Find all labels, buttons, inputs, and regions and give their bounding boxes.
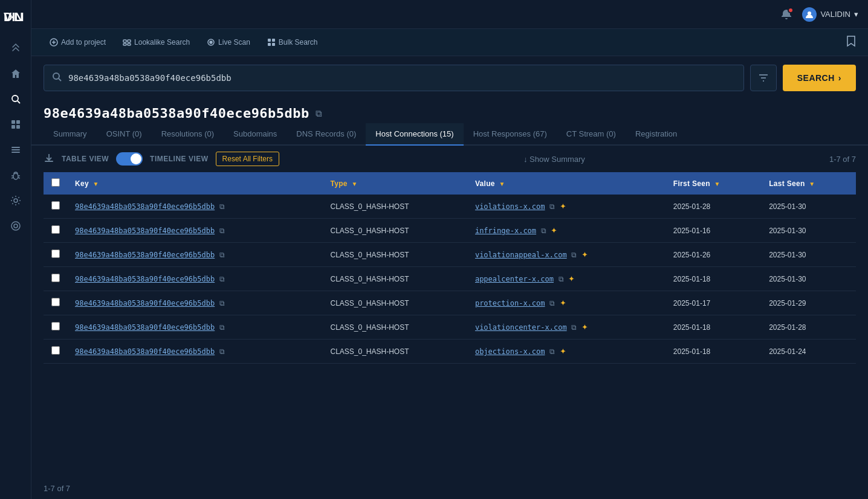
copy-key-icon-2[interactable]: ⧉: [219, 251, 225, 259]
nav-arrow-icon[interactable]: [5, 37, 27, 59]
value-link-3[interactable]: appealcenter-x.com: [475, 275, 554, 283]
key-link-3[interactable]: 98e4639a48ba0538a90f40ece96b5dbb: [75, 275, 215, 283]
show-summary-button[interactable]: ↓ Show Summary: [287, 155, 822, 164]
star-icon-3[interactable]: ✦: [568, 274, 575, 283]
star-icon-5[interactable]: ✦: [581, 323, 588, 332]
settings-icon[interactable]: [5, 190, 27, 211]
filter-button[interactable]: [750, 65, 777, 91]
copy-key-icon-6[interactable]: ⧉: [219, 347, 225, 356]
row-checkbox-0[interactable]: [51, 201, 60, 210]
last-seen-column-header[interactable]: Last Seen ▼: [762, 172, 856, 195]
key-link-0[interactable]: 98e4639a48ba0538a90f40ece96b5dbb: [75, 202, 215, 211]
row-checkbox-3[interactable]: [51, 274, 60, 282]
reset-filters-button[interactable]: Reset All Filters: [216, 152, 279, 166]
row-checkbox-cell[interactable]: [44, 267, 68, 291]
tab-osint[interactable]: OSINT (0): [97, 123, 152, 146]
list-icon[interactable]: [5, 139, 27, 161]
bulk-search-button[interactable]: Bulk Search: [261, 35, 324, 50]
row-checkbox-cell[interactable]: [44, 195, 68, 219]
copy-hash-icon[interactable]: ⧉: [316, 108, 322, 119]
row-checkbox-6[interactable]: [51, 346, 60, 355]
star-icon-6[interactable]: ✦: [560, 347, 566, 356]
tab-ct-stream[interactable]: CT Stream (0): [557, 123, 626, 146]
tab-registration[interactable]: Registration: [626, 123, 687, 146]
tab-summary[interactable]: Summary: [44, 123, 97, 146]
copy-value-icon-5[interactable]: ⧉: [571, 323, 577, 332]
value-link-5[interactable]: violationcenter-x.com: [475, 323, 567, 332]
search-input[interactable]: [68, 73, 736, 83]
copy-value-icon-1[interactable]: ⧉: [541, 227, 546, 235]
value-link-4[interactable]: protection-x.com: [475, 299, 545, 307]
bug-icon[interactable]: [5, 164, 27, 186]
row-checkbox-2[interactable]: [51, 250, 60, 258]
notifications-bell[interactable]: [778, 6, 795, 23]
first-seen-4: 2025-01-17: [673, 299, 710, 307]
copy-key-icon-0[interactable]: ⧉: [219, 202, 225, 211]
copy-key-icon-4[interactable]: ⧉: [219, 299, 225, 307]
search-icon[interactable]: [5, 88, 27, 110]
value-link-6[interactable]: objections-x.com: [475, 347, 545, 356]
result-hash: 98e4639a48ba0538a90f40ece96b5dbb: [44, 106, 309, 121]
lookalike-search-button[interactable]: Lookalike Search: [117, 35, 196, 50]
live-scan-button[interactable]: Live Scan: [201, 35, 256, 50]
type-cell-6: CLASS_0_HASH-HOST: [323, 340, 467, 364]
home-icon[interactable]: [5, 63, 27, 85]
value-link-0[interactable]: violations-x.com: [475, 202, 545, 211]
tab-host-responses[interactable]: Host Responses (67): [464, 123, 557, 146]
tab-host-connections[interactable]: Host Connections (15): [366, 123, 463, 146]
key-link-1[interactable]: 98e4639a48ba0538a90f40ece96b5dbb: [75, 227, 215, 235]
bookmark-button[interactable]: [846, 35, 856, 50]
key-link-2[interactable]: 98e4639a48ba0538a90f40ece96b5dbb: [75, 251, 215, 259]
select-all-header[interactable]: [44, 172, 68, 195]
tab-subdomains[interactable]: Subdomains: [224, 123, 287, 146]
select-all-checkbox[interactable]: [51, 178, 60, 187]
row-checkbox-1[interactable]: [51, 225, 60, 234]
value-cell-3: appealcenter-x.com ⧉ ✦: [468, 267, 666, 291]
row-checkbox-5[interactable]: [51, 322, 60, 330]
copy-value-icon-4[interactable]: ⧉: [549, 299, 555, 307]
tab-dns-records[interactable]: DNS Records (0): [287, 123, 366, 146]
key-link-5[interactable]: 98e4639a48ba0538a90f40ece96b5dbb: [75, 323, 215, 332]
row-checkbox-cell[interactable]: [44, 340, 68, 364]
download-icon[interactable]: [44, 152, 54, 166]
key-column-header[interactable]: Key ▼: [68, 172, 323, 195]
first-seen-cell-2: 2025-01-26: [666, 243, 762, 267]
value-link-2[interactable]: violationappeal-x.com: [475, 251, 567, 259]
type-text-0: CLASS_0_HASH-HOST: [330, 202, 409, 211]
value-link-1[interactable]: infringe-x.com: [475, 227, 536, 235]
copy-key-icon-5[interactable]: ⧉: [219, 323, 225, 332]
search-button-label: SEARCH: [797, 73, 835, 83]
type-column-header[interactable]: Type ▼: [323, 172, 467, 195]
key-link-6[interactable]: 98e4639a48ba0538a90f40ece96b5dbb: [75, 347, 215, 356]
action-bar: Add to project Lookalike Search Live Sca…: [31, 29, 868, 56]
star-icon-2[interactable]: ✦: [581, 250, 588, 259]
row-checkbox-cell[interactable]: [44, 291, 68, 315]
tab-resolutions[interactable]: Resolutions (0): [152, 123, 224, 146]
grid-icon[interactable]: [5, 114, 27, 135]
copy-value-icon-3[interactable]: ⧉: [559, 275, 564, 283]
circle-icon[interactable]: [5, 215, 27, 237]
copy-value-icon-2[interactable]: ⧉: [571, 251, 577, 259]
add-to-project-button[interactable]: Add to project: [44, 35, 112, 50]
copy-value-icon-0[interactable]: ⧉: [549, 202, 555, 211]
bulk-search-label: Bulk Search: [279, 38, 318, 47]
copy-key-icon-1[interactable]: ⧉: [219, 227, 225, 235]
star-icon-4[interactable]: ✦: [560, 298, 566, 307]
row-checkbox-4[interactable]: [51, 298, 60, 306]
key-link-4[interactable]: 98e4639a48ba0538a90f40ece96b5dbb: [75, 299, 215, 307]
type-cell-0: CLASS_0_HASH-HOST: [323, 195, 467, 219]
star-icon-0[interactable]: ✦: [560, 202, 566, 211]
view-toggle[interactable]: [116, 152, 143, 166]
star-icon-1[interactable]: ✦: [551, 226, 557, 235]
row-checkbox-cell[interactable]: [44, 243, 68, 267]
search-button[interactable]: SEARCH ›: [783, 65, 856, 91]
last-seen-cell-6: 2025-01-24: [762, 340, 856, 364]
first-seen-column-header[interactable]: First Seen ▼: [666, 172, 762, 195]
value-column-header[interactable]: Value ▼: [468, 172, 666, 195]
row-checkbox-cell[interactable]: [44, 315, 68, 340]
row-checkbox-cell[interactable]: [44, 219, 68, 243]
copy-value-icon-6[interactable]: ⧉: [549, 347, 555, 356]
user-menu[interactable]: VALIDIN ▾: [802, 7, 858, 22]
table-row: 98e4639a48ba0538a90f40ece96b5dbb ⧉ CLASS…: [44, 267, 856, 291]
copy-key-icon-3[interactable]: ⧉: [219, 275, 225, 283]
